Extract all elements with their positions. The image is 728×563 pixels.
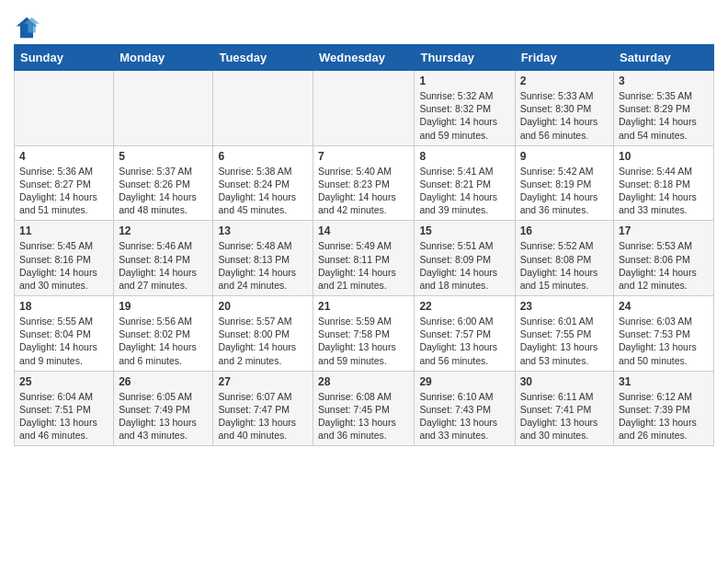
day-info: Sunrise: 5:42 AMSunset: 8:19 PMDaylight:…: [520, 165, 609, 217]
day-info: Sunrise: 5:52 AMSunset: 8:08 PMDaylight:…: [520, 239, 609, 292]
header: [14, 9, 714, 40]
day-header-monday: Monday: [114, 45, 213, 71]
day-number: 18: [19, 300, 108, 313]
day-info: Sunrise: 5:56 AMSunset: 8:02 PMDaylight:…: [119, 315, 208, 367]
day-number: 11: [19, 224, 108, 237]
day-info: Sunrise: 5:51 AMSunset: 8:09 PMDaylight:…: [419, 239, 509, 292]
day-info: Sunrise: 5:57 AMSunset: 8:00 PMDaylight:…: [218, 315, 308, 367]
day-info: Sunrise: 6:05 AMSunset: 7:49 PMDaylight:…: [119, 390, 208, 442]
calendar-cell: 3Sunrise: 5:35 AMSunset: 8:29 PMDaylight…: [614, 71, 714, 146]
calendar-cell: 18Sunrise: 5:55 AMSunset: 8:04 PMDayligh…: [15, 296, 114, 372]
day-info: Sunrise: 5:32 AMSunset: 8:32 PMDaylight:…: [419, 89, 509, 142]
day-header-saturday: Saturday: [614, 45, 714, 71]
day-info: Sunrise: 5:59 AMSunset: 7:58 PMDaylight:…: [318, 315, 409, 367]
day-number: 27: [218, 375, 308, 388]
day-info: Sunrise: 5:35 AMSunset: 8:29 PMDaylight:…: [619, 89, 709, 142]
day-number: 12: [119, 224, 208, 237]
day-number: 21: [318, 300, 409, 313]
day-number: 5: [119, 150, 208, 163]
calendar-cell: 10Sunrise: 5:44 AMSunset: 8:18 PMDayligh…: [614, 145, 714, 221]
calendar-cell: 1Sunrise: 5:32 AMSunset: 8:32 PMDaylight…: [415, 71, 515, 146]
calendar-cell: 14Sunrise: 5:49 AMSunset: 8:11 PMDayligh…: [313, 221, 415, 296]
day-number: 22: [419, 300, 509, 313]
day-info: Sunrise: 6:08 AMSunset: 7:45 PMDaylight:…: [318, 390, 409, 442]
calendar-cell: 30Sunrise: 6:11 AMSunset: 7:41 PMDayligh…: [515, 371, 613, 446]
calendar-cell: 22Sunrise: 6:00 AMSunset: 7:57 PMDayligh…: [415, 296, 515, 372]
day-number: 8: [419, 150, 509, 163]
calendar-cell: 15Sunrise: 5:51 AMSunset: 8:09 PMDayligh…: [415, 221, 515, 296]
calendar-cell: 23Sunrise: 6:01 AMSunset: 7:55 PMDayligh…: [515, 296, 613, 372]
day-number: 14: [318, 224, 409, 237]
calendar-cell: 11Sunrise: 5:45 AMSunset: 8:16 PMDayligh…: [15, 221, 114, 296]
calendar-cell: 27Sunrise: 6:07 AMSunset: 7:47 PMDayligh…: [213, 371, 313, 446]
calendar-cell: [15, 71, 114, 146]
day-header-thursday: Thursday: [415, 45, 515, 71]
logo: [14, 15, 43, 40]
day-number: 13: [218, 224, 308, 237]
day-number: 20: [218, 300, 308, 313]
calendar-cell: 26Sunrise: 6:05 AMSunset: 7:49 PMDayligh…: [114, 371, 213, 446]
day-info: Sunrise: 5:53 AMSunset: 8:06 PMDaylight:…: [619, 239, 709, 292]
day-number: 10: [619, 150, 709, 163]
day-number: 6: [218, 150, 308, 163]
calendar-cell: 19Sunrise: 5:56 AMSunset: 8:02 PMDayligh…: [114, 296, 213, 372]
day-number: 9: [520, 150, 609, 163]
calendar-cell: 24Sunrise: 6:03 AMSunset: 7:53 PMDayligh…: [614, 296, 714, 372]
calendar-cell: 13Sunrise: 5:48 AMSunset: 8:13 PMDayligh…: [213, 221, 313, 296]
day-info: Sunrise: 5:46 AMSunset: 8:14 PMDaylight:…: [119, 239, 208, 292]
calendar-cell: 29Sunrise: 6:10 AMSunset: 7:43 PMDayligh…: [415, 371, 515, 446]
day-info: Sunrise: 6:12 AMSunset: 7:39 PMDaylight:…: [619, 390, 709, 442]
calendar-week-5: 25Sunrise: 6:04 AMSunset: 7:51 PMDayligh…: [15, 371, 714, 446]
day-info: Sunrise: 5:38 AMSunset: 8:24 PMDaylight:…: [218, 165, 308, 217]
logo-icon: [14, 15, 40, 40]
calendar-cell: 21Sunrise: 5:59 AMSunset: 7:58 PMDayligh…: [313, 296, 415, 372]
calendar-cell: 8Sunrise: 5:41 AMSunset: 8:21 PMDaylight…: [415, 145, 515, 221]
day-info: Sunrise: 6:07 AMSunset: 7:47 PMDaylight:…: [218, 390, 308, 442]
day-number: 15: [419, 224, 509, 237]
calendar-cell: [114, 71, 213, 146]
calendar-cell: 28Sunrise: 6:08 AMSunset: 7:45 PMDayligh…: [313, 371, 415, 446]
day-number: 29: [419, 375, 509, 388]
calendar: SundayMondayTuesdayWednesdayThursdayFrid…: [14, 44, 714, 446]
calendar-week-3: 11Sunrise: 5:45 AMSunset: 8:16 PMDayligh…: [15, 221, 714, 296]
day-info: Sunrise: 5:36 AMSunset: 8:27 PMDaylight:…: [19, 165, 108, 217]
day-number: 31: [619, 375, 709, 388]
calendar-cell: 25Sunrise: 6:04 AMSunset: 7:51 PMDayligh…: [15, 371, 114, 446]
day-info: Sunrise: 5:48 AMSunset: 8:13 PMDaylight:…: [218, 239, 308, 292]
day-number: 24: [619, 300, 709, 313]
calendar-week-1: 1Sunrise: 5:32 AMSunset: 8:32 PMDaylight…: [15, 71, 714, 146]
calendar-cell: [213, 71, 313, 146]
calendar-cell: 20Sunrise: 5:57 AMSunset: 8:00 PMDayligh…: [213, 296, 313, 372]
day-number: 1: [419, 75, 509, 87]
day-number: 19: [119, 300, 208, 313]
calendar-cell: 6Sunrise: 5:38 AMSunset: 8:24 PMDaylight…: [213, 145, 313, 221]
day-info: Sunrise: 5:40 AMSunset: 8:23 PMDaylight:…: [318, 165, 409, 217]
calendar-header-row: SundayMondayTuesdayWednesdayThursdayFrid…: [15, 45, 714, 71]
day-number: 25: [19, 375, 108, 388]
day-info: Sunrise: 5:37 AMSunset: 8:26 PMDaylight:…: [119, 165, 208, 217]
day-number: 30: [520, 375, 609, 388]
day-header-sunday: Sunday: [15, 45, 114, 71]
day-info: Sunrise: 6:03 AMSunset: 7:53 PMDaylight:…: [619, 315, 709, 367]
day-number: 16: [520, 224, 609, 237]
calendar-cell: 16Sunrise: 5:52 AMSunset: 8:08 PMDayligh…: [515, 221, 613, 296]
day-info: Sunrise: 5:45 AMSunset: 8:16 PMDaylight:…: [19, 239, 108, 292]
day-number: 3: [619, 75, 709, 87]
calendar-cell: [313, 71, 415, 146]
calendar-cell: 7Sunrise: 5:40 AMSunset: 8:23 PMDaylight…: [313, 145, 415, 221]
day-info: Sunrise: 5:33 AMSunset: 8:30 PMDaylight:…: [520, 89, 609, 142]
day-info: Sunrise: 6:00 AMSunset: 7:57 PMDaylight:…: [419, 315, 509, 367]
day-info: Sunrise: 6:01 AMSunset: 7:55 PMDaylight:…: [520, 315, 609, 367]
day-info: Sunrise: 6:04 AMSunset: 7:51 PMDaylight:…: [19, 390, 108, 442]
day-header-wednesday: Wednesday: [313, 45, 415, 71]
calendar-cell: 9Sunrise: 5:42 AMSunset: 8:19 PMDaylight…: [515, 145, 613, 221]
day-number: 7: [318, 150, 409, 163]
calendar-week-2: 4Sunrise: 5:36 AMSunset: 8:27 PMDaylight…: [15, 145, 714, 221]
day-number: 26: [119, 375, 208, 388]
day-number: 17: [619, 224, 709, 237]
day-header-tuesday: Tuesday: [213, 45, 313, 71]
day-header-friday: Friday: [515, 45, 613, 71]
calendar-cell: 4Sunrise: 5:36 AMSunset: 8:27 PMDaylight…: [15, 145, 114, 221]
day-info: Sunrise: 6:11 AMSunset: 7:41 PMDaylight:…: [520, 390, 609, 442]
calendar-cell: 12Sunrise: 5:46 AMSunset: 8:14 PMDayligh…: [114, 221, 213, 296]
